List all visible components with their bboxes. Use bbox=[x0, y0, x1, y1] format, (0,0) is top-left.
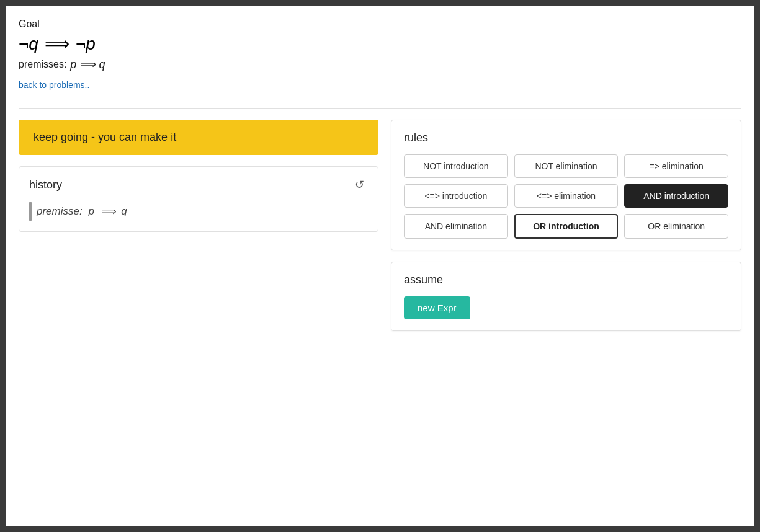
history-bar bbox=[29, 202, 32, 221]
goal-not-q: ¬q bbox=[19, 34, 38, 54]
or-elimination-button[interactable]: OR elimination bbox=[624, 214, 728, 239]
iff-introduction-button[interactable]: <=> introduction bbox=[404, 184, 508, 208]
or-introduction-button[interactable]: OR introduction bbox=[514, 214, 619, 239]
not-introduction-button[interactable]: NOT introduction bbox=[404, 154, 508, 178]
rules-card: rules NOT introduction NOT elimination =… bbox=[391, 120, 741, 250]
premisses-formula: p ⟹ q bbox=[70, 58, 105, 71]
reset-icon: ↺ bbox=[355, 179, 364, 191]
history-label: history bbox=[29, 179, 62, 192]
section-divider bbox=[19, 108, 741, 109]
and-introduction-button[interactable]: AND introduction bbox=[624, 184, 728, 208]
goal-not-p: ¬p bbox=[76, 34, 96, 54]
content-row: keep going - you can make it history ↺ p… bbox=[19, 120, 741, 331]
history-reset-button[interactable]: ↺ bbox=[351, 177, 368, 193]
rules-grid: NOT introduction NOT elimination => elim… bbox=[404, 154, 728, 239]
left-panel: keep going - you can make it history ↺ p… bbox=[19, 120, 378, 232]
premisses-label: premisses: bbox=[19, 59, 66, 70]
right-panel: rules NOT introduction NOT elimination =… bbox=[391, 120, 741, 331]
history-formula: premisse: p ⟹ q bbox=[37, 205, 127, 218]
not-elimination-button[interactable]: NOT elimination bbox=[514, 154, 619, 178]
history-section: history ↺ premisse: p ⟹ q bbox=[19, 166, 378, 232]
history-item: premisse: p ⟹ q bbox=[29, 202, 368, 221]
prem-arrow: ⟹ bbox=[79, 58, 96, 71]
goal-section: Goal ¬q ⟹ ¬p premisses: p ⟹ q back to pr… bbox=[19, 19, 741, 97]
main-container: Goal ¬q ⟹ ¬p premisses: p ⟹ q back to pr… bbox=[6, 6, 754, 526]
back-to-problems-link[interactable]: back to problems.. bbox=[19, 80, 89, 90]
assume-card: assume new Expr bbox=[391, 262, 741, 331]
new-expr-button[interactable]: new Expr bbox=[404, 296, 470, 319]
impl-elimination-button[interactable]: => elimination bbox=[624, 154, 728, 178]
and-elimination-button[interactable]: AND elimination bbox=[404, 214, 508, 239]
goal-label: Goal bbox=[19, 19, 741, 30]
assume-title: assume bbox=[404, 273, 728, 286]
premisses-line: premisses: p ⟹ q bbox=[19, 58, 741, 71]
history-header: history ↺ bbox=[29, 177, 368, 193]
motivation-box: keep going - you can make it bbox=[19, 120, 378, 155]
rules-title: rules bbox=[404, 131, 728, 144]
goal-arrow: ⟹ bbox=[45, 33, 69, 54]
iff-elimination-button[interactable]: <=> elimination bbox=[514, 184, 619, 208]
goal-formula: ¬q ⟹ ¬p bbox=[19, 33, 741, 54]
